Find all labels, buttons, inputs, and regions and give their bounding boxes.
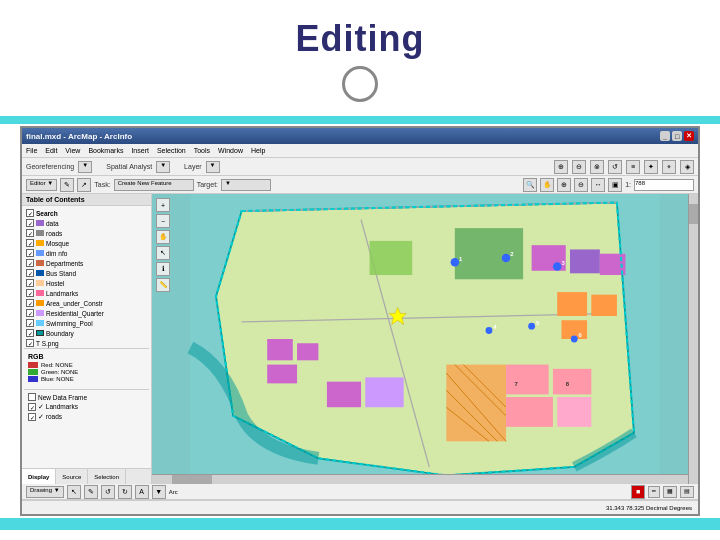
scrollbar-vertical[interactable] [688, 194, 698, 484]
toc-check-residential[interactable] [26, 309, 34, 317]
menu-tools[interactable]: Tools [194, 147, 210, 154]
menu-bookmarks[interactable]: Bookmarks [88, 147, 123, 154]
task-dropdown[interactable]: Create New Feature [114, 179, 194, 191]
map-tool-5[interactable]: ↔ [591, 178, 605, 192]
map-tool-1[interactable]: 🔍 [523, 178, 537, 192]
draw-color[interactable]: ■ [631, 485, 645, 499]
map-tool-2[interactable]: ✋ [540, 178, 554, 192]
drawing-dropdown[interactable]: Drawing ▼ [26, 486, 64, 498]
tool-btn-8[interactable]: ◈ [680, 160, 694, 174]
scroll-thumb-v[interactable] [689, 204, 698, 224]
tool-btn-4[interactable]: ↺ [608, 160, 622, 174]
toc-check-new-data[interactable] [28, 393, 36, 401]
scroll-thumb-h[interactable] [172, 475, 212, 484]
toc-check-tspng[interactable] [26, 339, 34, 347]
identify-btn[interactable]: ℹ [156, 262, 170, 276]
svg-rect-7 [267, 339, 293, 360]
svg-rect-9 [267, 365, 297, 384]
toc-label-mosque: Mosque [46, 240, 69, 247]
tab-selection[interactable]: Selection [88, 469, 126, 484]
toc-check-search[interactable] [26, 209, 34, 217]
draw-font-dropdown[interactable]: ▼ [152, 485, 166, 499]
menu-window[interactable]: Window [218, 147, 243, 154]
toc-check-mosque[interactable] [26, 239, 34, 247]
extra-layers: New Data Frame ✓ Landmarks ✓ roads [24, 389, 149, 424]
svg-rect-26 [591, 295, 617, 316]
maximize-button[interactable]: □ [672, 131, 682, 141]
toc-color-area-constr [36, 300, 44, 306]
toc-item-busstand: Bus Stand [24, 268, 149, 278]
pan-btn[interactable]: ✋ [156, 230, 170, 244]
svg-point-33 [486, 327, 493, 334]
page-title: Editing [0, 18, 720, 60]
spatial-analyst-dropdown[interactable]: ▼ [156, 161, 170, 173]
georeferencing-label: Georeferencing [26, 163, 74, 170]
zoom-out-btn[interactable]: − [156, 214, 170, 228]
menu-selection[interactable]: Selection [157, 147, 186, 154]
map-tool-3[interactable]: ⊕ [557, 178, 571, 192]
draw-linecolor[interactable]: ━ [648, 486, 660, 498]
toc-color-residential [36, 310, 44, 316]
tool-btn-1[interactable]: ⊕ [554, 160, 568, 174]
legend-item-blue: Blue: NONE [28, 376, 145, 382]
toc-check-busstand[interactable] [26, 269, 34, 277]
tool-btn-2[interactable]: ⊖ [572, 160, 586, 174]
toc-check-boundary[interactable] [26, 329, 34, 337]
draw-redo[interactable]: ↻ [118, 485, 132, 499]
draw-font-label: Arc [169, 489, 178, 495]
svg-rect-6 [370, 241, 413, 275]
menu-insert[interactable]: Insert [131, 147, 149, 154]
target-dropdown[interactable]: ▼ [221, 179, 271, 191]
layer-dropdown[interactable]: ▼ [206, 161, 220, 173]
menu-help[interactable]: Help [251, 147, 265, 154]
svg-point-32 [553, 262, 562, 271]
draw-arrow[interactable]: ↖ [67, 485, 81, 499]
scrollbar-horizontal[interactable] [152, 474, 688, 484]
draw-pencil[interactable]: ✎ [84, 485, 98, 499]
tab-source[interactable]: Source [56, 469, 88, 484]
legend-color-red [28, 362, 38, 368]
svg-rect-13 [446, 365, 506, 442]
menu-edit[interactable]: Edit [45, 147, 57, 154]
tab-display[interactable]: Display [22, 469, 56, 484]
minimize-button[interactable]: _ [660, 131, 670, 141]
toc-check-pool[interactable] [26, 319, 34, 327]
draw-undo[interactable]: ↺ [101, 485, 115, 499]
toc-check-departments[interactable] [26, 259, 34, 267]
toc-check-roads2[interactable] [28, 413, 36, 421]
toc-item-roads: roads [24, 228, 149, 238]
toc-check-area-constr[interactable] [26, 299, 34, 307]
legend-color-blue [28, 376, 38, 382]
editor-dropdown[interactable]: Editor ▼ [26, 179, 57, 191]
edit-icon-1[interactable]: ✎ [60, 178, 74, 192]
tool-btn-3[interactable]: ⊗ [590, 160, 604, 174]
svg-rect-23 [327, 382, 361, 408]
toc-check-landmarks[interactable] [26, 289, 34, 297]
draw-shadow[interactable]: ▤ [680, 486, 694, 498]
close-button[interactable]: ✕ [684, 131, 694, 141]
zoom-in-btn[interactable]: + [156, 198, 170, 212]
toc-check-landmarks2[interactable] [28, 403, 36, 411]
toc-item-roads2: ✓ roads [26, 412, 147, 422]
legend-section: RGB Red: NONE Green: NONE Blue: NONE [24, 348, 149, 387]
georeferencing-dropdown[interactable]: ▼ [78, 161, 92, 173]
toc-check-roads[interactable] [26, 229, 34, 237]
toc-check-hostel[interactable] [26, 279, 34, 287]
menu-view[interactable]: View [65, 147, 80, 154]
tool-btn-5[interactable]: ≡ [626, 160, 640, 174]
tool-btn-7[interactable]: ⌖ [662, 160, 676, 174]
select-btn[interactable]: ↖ [156, 246, 170, 260]
map-tool-6[interactable]: ▣ [608, 178, 622, 192]
toc-check-data[interactable] [26, 219, 34, 227]
toc-check-dimnfo[interactable] [26, 249, 34, 257]
measure-btn[interactable]: 📏 [156, 278, 170, 292]
toc-label-landmarks2: ✓ Landmarks [38, 403, 78, 411]
menu-file[interactable]: File [26, 147, 37, 154]
draw-fillcolor[interactable]: ▦ [663, 486, 677, 498]
edit-icon-2[interactable]: ↗ [77, 178, 91, 192]
draw-text[interactable]: A [135, 485, 149, 499]
scale-input[interactable]: 788 [634, 179, 694, 191]
map-tool-4[interactable]: ⊖ [574, 178, 588, 192]
map-area[interactable]: 1 2 3 4 5 6 7 8 + − ✋ ↖ [152, 194, 698, 484]
tool-btn-6[interactable]: ✦ [644, 160, 658, 174]
